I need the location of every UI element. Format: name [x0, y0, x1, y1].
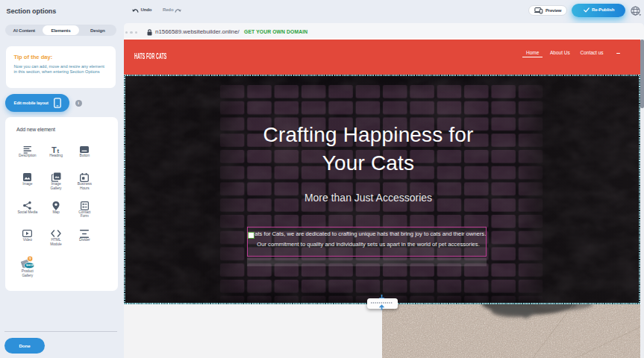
svg-text:T: T — [51, 145, 57, 154]
svg-text:SHOP: SHOP — [25, 263, 34, 267]
svg-text:t: t — [57, 148, 59, 154]
